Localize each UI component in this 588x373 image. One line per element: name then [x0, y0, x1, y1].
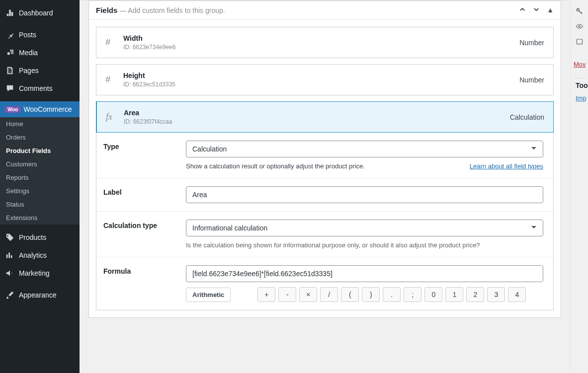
function-icon: fx — [106, 112, 124, 122]
panel-title: Fields — [96, 6, 117, 14]
subnav-product-fields[interactable]: Product Fields — [0, 144, 80, 157]
subnav-extensions[interactable]: Extensions — [0, 211, 80, 224]
calc-btn-3[interactable]: 3 — [487, 287, 505, 302]
calc-btn-semi[interactable]: ; — [404, 287, 421, 302]
nav-marketing[interactable]: Marketing — [0, 264, 80, 282]
nav-media[interactable]: Media — [0, 44, 80, 62]
woo-badge-icon: Woo — [5, 106, 20, 113]
formula-input[interactable] — [186, 265, 543, 282]
calendar-icon[interactable] — [573, 34, 586, 49]
number-icon: # — [105, 37, 123, 48]
nav-comments[interactable]: Comments — [0, 79, 80, 97]
fields-panel: Fields — Add custom fields to this group… — [88, 0, 561, 318]
key-icon[interactable] — [573, 4, 586, 19]
calc-btn-plus[interactable]: + — [257, 287, 275, 302]
comment-icon — [5, 83, 15, 93]
field-name: Height — [123, 72, 519, 79]
subnav-settings[interactable]: Settings — [0, 184, 80, 198]
chevron-down-icon[interactable] — [533, 6, 540, 14]
calc-btn-1[interactable]: 1 — [445, 287, 463, 302]
field-list: # Width ID: 6623e734e9ee6 Number # Heigh… — [89, 20, 561, 317]
field-type: Calculation — [510, 113, 544, 121]
nav-label: Comments — [19, 84, 53, 92]
import-link[interactable]: Imp — [575, 92, 586, 104]
subnav-status[interactable]: Status — [0, 198, 80, 211]
page-icon — [5, 66, 15, 75]
pin-icon — [5, 30, 15, 40]
field-editor: Type Calculation Show a calculation resu… — [96, 133, 554, 310]
label-input[interactable] — [186, 186, 543, 203]
right-rail: Mov Too Imp — [570, 0, 588, 373]
panel-header: Fields — Add custom fields to this group… — [89, 1, 561, 20]
nav-dashboard[interactable]: Dashboard — [0, 4, 80, 22]
calc-type-label: Calculation type — [96, 212, 186, 257]
field-type: Number — [519, 76, 544, 84]
nav-posts[interactable]: Posts — [0, 26, 80, 44]
panel-subtitle: — Add custom fields to this group. — [117, 6, 225, 14]
tag-icon — [5, 232, 15, 242]
calc-btn-4[interactable]: 4 — [508, 287, 526, 302]
nav-label: Analytics — [19, 251, 47, 259]
svg-rect-3 — [577, 39, 582, 44]
admin-sidebar: Dashboard Posts Media Pages Comments — [0, 0, 80, 373]
calc-btn-minus[interactable]: - — [278, 287, 296, 302]
calc-btn-2[interactable]: 2 — [466, 287, 484, 302]
label-label: Label — [96, 178, 186, 211]
megaphone-icon — [5, 268, 15, 278]
field-id: ID: 6623f07f4ccaa — [124, 118, 510, 125]
nav-label: Products — [19, 233, 46, 241]
nav-label: Media — [19, 49, 38, 57]
field-id: ID: 6623e734e9ee6 — [123, 44, 519, 51]
field-type: Number — [519, 39, 544, 47]
calc-btn-0[interactable]: 0 — [424, 287, 442, 302]
nav-label: Pages — [19, 67, 39, 75]
eye-icon[interactable] — [573, 19, 586, 34]
calc-type-select[interactable]: Informational calculation — [186, 220, 543, 236]
field-id: ID: 6623ec51d3335 — [123, 81, 519, 88]
nav-products[interactable]: Products — [0, 228, 80, 246]
nav-appearance[interactable]: Appearance — [0, 286, 80, 304]
rail-tools-title: Too — [575, 78, 586, 92]
nav-pages[interactable]: Pages — [0, 62, 80, 79]
media-icon — [5, 48, 15, 58]
subnav-customers[interactable]: Customers — [0, 157, 80, 171]
svg-point-0 — [7, 52, 10, 55]
nav-label: WooCommerce — [23, 105, 72, 113]
number-icon: # — [105, 75, 123, 85]
field-row-area[interactable]: fx Area ID: 6623f07f4ccaa Calculation — [96, 101, 554, 133]
nav-label: Marketing — [19, 269, 49, 277]
type-hint: Show a calculation result or optionally … — [186, 162, 365, 170]
field-row-height[interactable]: # Height ID: 6623ec51d3335 Number — [96, 64, 554, 95]
subnav-reports[interactable]: Reports — [0, 171, 80, 184]
learn-link[interactable]: Learn about all field types — [470, 162, 543, 170]
arithmetic-label: Arithmetic — [186, 288, 231, 302]
field-name: Width — [123, 34, 519, 42]
nav-analytics[interactable]: Analytics — [0, 246, 80, 264]
dashboard-icon — [5, 8, 15, 18]
nav-woocommerce[interactable]: Woo WooCommerce — [0, 101, 80, 117]
calc-btn-lparen[interactable]: ( — [341, 287, 359, 302]
field-row-width[interactable]: # Width ID: 6623e734e9ee6 Number — [96, 27, 554, 58]
chart-icon — [5, 250, 15, 260]
nav-label: Posts — [19, 31, 36, 39]
calc-type-hint: Is the calculation being shown for infor… — [186, 241, 543, 249]
nav-label: Dashboard — [19, 9, 53, 17]
calc-btn-rparen[interactable]: ) — [362, 287, 380, 302]
main-content: Fields — Add custom fields to this group… — [80, 0, 570, 373]
move-link[interactable]: Mov — [573, 59, 586, 70]
collapse-icon[interactable]: ▲ — [547, 6, 554, 14]
type-select[interactable]: Calculation — [186, 141, 543, 157]
calc-btn-divide[interactable]: / — [320, 287, 338, 302]
field-name: Area — [124, 109, 510, 117]
chevron-up-icon[interactable] — [519, 6, 526, 14]
nav-label: Appearance — [19, 291, 57, 299]
calc-btn-times[interactable]: × — [299, 287, 317, 302]
brush-icon — [5, 290, 15, 300]
svg-point-2 — [579, 25, 580, 27]
subnav-home[interactable]: Home — [0, 117, 80, 131]
formula-label: Formula — [96, 257, 186, 310]
subnav-orders[interactable]: Orders — [0, 131, 80, 144]
calc-btn-dot[interactable]: . — [383, 287, 401, 302]
type-label: Type — [96, 133, 186, 178]
